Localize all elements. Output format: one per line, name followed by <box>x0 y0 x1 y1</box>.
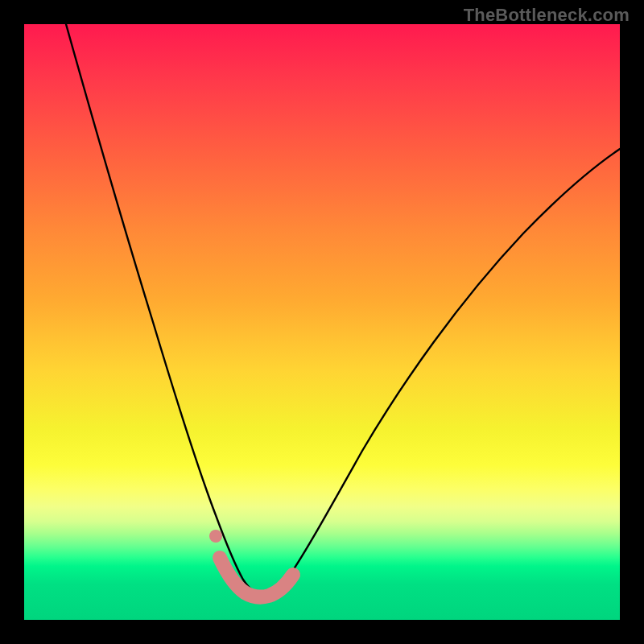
outlier-dot <box>209 530 222 543</box>
bottleneck-curve <box>66 24 620 596</box>
chart-svg <box>24 24 620 620</box>
attribution-text: TheBottleneck.com <box>464 5 630 26</box>
plot-area <box>24 24 620 620</box>
optimal-zone-highlight <box>220 558 293 597</box>
chart-container: TheBottleneck.com <box>0 0 644 644</box>
